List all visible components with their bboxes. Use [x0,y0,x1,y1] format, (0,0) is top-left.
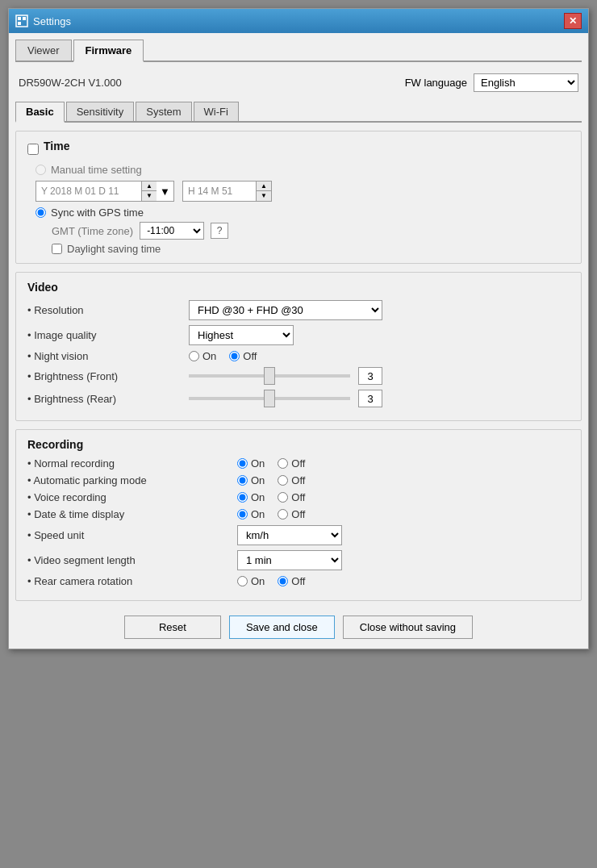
sync-gps-row: Sync with GPS time [35,207,570,219]
gmt-row: GMT (Time zone) -11:00 -10:00 -09:00 ? [52,222,570,240]
auto-parking-on-option[interactable]: On [237,474,265,486]
rear-camera-off-option[interactable]: Off [278,575,305,587]
night-vision-on-radio[interactable] [189,351,199,361]
svg-rect-1 [18,17,21,20]
datetime-off-label: Off [291,508,305,520]
brightness-rear-control: 3 [189,390,570,407]
auto-parking-on-radio[interactable] [237,475,248,486]
fw-lang-label: FW language [405,77,467,89]
night-vision-off-option[interactable]: Off [229,350,257,362]
datetime-on-option[interactable]: On [237,508,265,520]
normal-rec-off-label: Off [291,457,305,469]
rear-camera-off-radio[interactable] [278,576,288,586]
gmt-help-button[interactable]: ? [211,223,228,239]
normal-rec-off-radio[interactable] [278,458,288,469]
night-vision-label: • Night vision [27,350,189,362]
brightness-front-label: • Brightness (Front) [27,370,189,382]
tab-system[interactable]: System [136,102,191,121]
datetime-on-radio[interactable] [237,509,248,520]
auto-parking-control: On Off [237,474,570,486]
time-up-button[interactable]: ▲ [257,182,271,191]
normal-rec-off-option[interactable]: Off [278,457,305,469]
video-segment-select[interactable]: 1 min 2 min 3 min [237,550,342,570]
brightness-rear-slider[interactable] [189,397,350,400]
sync-gps-label: Sync with GPS time [51,207,144,219]
manual-time-radio[interactable] [35,165,46,175]
date-dropdown-btn[interactable]: ▼ [157,186,173,198]
date-down-button[interactable]: ▼ [142,191,157,201]
datetime-off-radio[interactable] [278,509,288,520]
resolution-row: • Resolution FHD @30 + FHD @30 FHD @30 +… [27,300,570,320]
brightness-front-row: • Brightness (Front) 3 [27,367,570,385]
tab-firmware[interactable]: Firmware [73,40,144,62]
rear-camera-off-label: Off [291,575,305,587]
tab-wifi[interactable]: Wi-Fi [194,102,239,121]
normal-rec-on-radio[interactable] [237,458,248,469]
close-window-button[interactable]: ✕ [564,13,582,29]
window-icon [15,15,28,27]
title-bar-left: Settings [15,15,71,27]
date-up-button[interactable]: ▲ [142,182,157,191]
brightness-front-value: 3 [358,367,382,385]
fw-lang-select[interactable]: English Korean Chinese Japanese [474,73,578,92]
datetime-display-control: On Off [237,508,570,520]
datetime-display-row: • Date & time display On Off [27,508,570,520]
voice-rec-on-option[interactable]: On [237,491,265,503]
tab-basic[interactable]: Basic [15,102,65,123]
resolution-control: FHD @30 + FHD @30 FHD @30 + HD @30 FHD @… [189,300,570,320]
voice-recording-row: • Voice recording On Off [27,491,570,503]
firmware-header: DR590W-2CH V1.000 FW language English Ko… [15,69,582,97]
image-quality-select[interactable]: Highest High Normal [189,325,294,345]
rear-camera-on-radio[interactable] [237,576,248,586]
normal-recording-label: • Normal recording [27,457,237,469]
resolution-select[interactable]: FHD @30 + FHD @30 FHD @30 + HD @30 FHD @… [189,300,382,320]
svg-rect-2 [23,17,26,20]
image-quality-row: • Image quality Highest High Normal [27,325,570,345]
auto-parking-off-radio[interactable] [278,475,288,486]
save-close-button[interactable]: Save and close [229,616,335,639]
reset-button[interactable]: Reset [124,616,221,639]
normal-rec-on-option[interactable]: On [237,457,265,469]
rear-camera-control: On Off [237,575,570,587]
tab-viewer[interactable]: Viewer [15,40,72,61]
voice-rec-off-radio[interactable] [278,492,288,503]
image-quality-control: Highest High Normal [189,325,570,345]
brightness-front-control: 3 [189,367,570,385]
resolution-label: • Resolution [27,304,189,316]
close-no-save-button[interactable]: Close without saving [343,616,473,639]
date-input-group: Y 2018 M 01 D 11 ▲ ▼ ▼ [35,181,174,202]
auto-parking-off-option[interactable]: Off [278,474,305,486]
speed-unit-select[interactable]: km/h mph [237,525,342,545]
tab-sensitivity[interactable]: Sensitivity [66,102,135,121]
speed-unit-control: km/h mph [237,525,570,545]
settings-window: Settings ✕ Viewer Firmware DR590W-2CH V1… [8,8,589,649]
time-header: Time [27,140,570,159]
daylight-row: Daylight saving time [52,243,570,255]
auto-parking-label: • Automatic parking mode [27,474,237,486]
rear-camera-on-option[interactable]: On [237,575,265,587]
rear-camera-row: • Rear camera rotation On Off [27,575,570,587]
speed-unit-label: • Speed unit [27,529,237,541]
voice-rec-on-label: On [251,491,265,503]
gmt-select[interactable]: -11:00 -10:00 -09:00 [140,222,204,240]
night-vision-control: On Off [189,350,570,362]
voice-rec-on-radio[interactable] [237,492,248,503]
image-quality-label: • Image quality [27,329,189,341]
bottom-buttons: Reset Save and close Close without savin… [15,609,582,642]
voice-rec-off-option[interactable]: Off [278,491,305,503]
recording-section: Recording • Normal recording On Off [15,429,582,601]
night-vision-off-radio[interactable] [229,351,240,361]
time-down-button[interactable]: ▼ [257,191,271,201]
time-value: H 14 M 51 [183,183,256,199]
outer-tab-bar: Viewer Firmware [15,40,582,62]
night-vision-on-label: On [202,350,216,362]
inner-tab-bar: Basic Sensitivity System Wi-Fi [15,102,582,123]
daylight-checkbox[interactable] [52,244,62,254]
time-checkbox[interactable] [27,144,39,155]
auto-parking-on-label: On [251,474,265,486]
brightness-front-slider[interactable] [189,374,350,378]
datetime-off-option[interactable]: Off [278,508,305,520]
night-vision-on-option[interactable]: On [189,350,216,362]
sync-gps-radio[interactable] [35,207,46,218]
auto-parking-row: • Automatic parking mode On Off [27,474,570,486]
